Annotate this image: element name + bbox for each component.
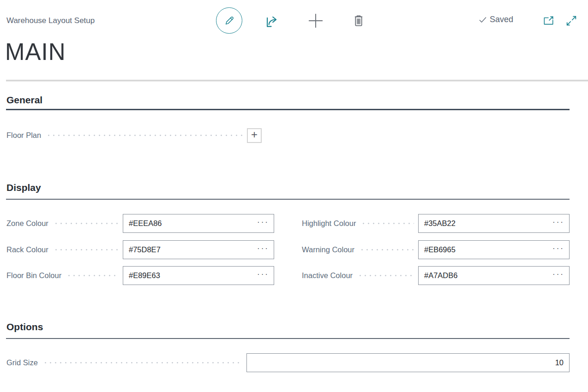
section-rule-options <box>6 338 570 339</box>
new-button[interactable] <box>306 12 325 30</box>
edit-button[interactable] <box>216 7 242 34</box>
highlight-colour-value: #35AB22 <box>419 219 548 228</box>
grid-size-input[interactable]: 10 <box>246 353 570 372</box>
inactive-colour-assist-edit-button[interactable]: ··· <box>548 270 569 282</box>
field-row-grid-size: Grid Size 10 <box>6 353 570 372</box>
save-status-label: Saved <box>490 15 513 24</box>
section-rule-general <box>6 109 570 110</box>
rack-colour-value: #75D8E7 <box>123 245 252 254</box>
field-label-rack-colour: Rack Colour <box>6 245 48 254</box>
open-in-new-window-button[interactable] <box>542 14 555 27</box>
dotted-leader <box>43 362 242 363</box>
warning-colour-input[interactable]: #EB6965 ··· <box>418 240 570 259</box>
warning-colour-assist-edit-button[interactable]: ··· <box>548 244 569 256</box>
delete-button[interactable] <box>350 12 367 30</box>
section-rule-display <box>6 199 570 200</box>
zone-colour-assist-edit-button[interactable]: ··· <box>252 218 274 230</box>
add-floor-plan-button[interactable]: + <box>247 128 262 143</box>
dotted-leader <box>66 275 119 276</box>
floor-bin-colour-assist-edit-button[interactable]: ··· <box>252 270 274 282</box>
section-title-display[interactable]: Display <box>6 182 41 193</box>
highlight-colour-input[interactable]: #35AB22 ··· <box>418 214 570 233</box>
dotted-leader <box>358 275 414 276</box>
field-row-highlight-colour: Highlight Colour #35AB22 ··· <box>302 214 570 233</box>
zone-colour-value: #EEEA86 <box>123 219 252 228</box>
grid-size-value: 10 <box>247 358 569 367</box>
field-label-floor-plan: Floor Plan <box>6 131 41 140</box>
field-label-inactive-colour: Inactive Colour <box>302 271 353 280</box>
section-title-general[interactable]: General <box>6 95 42 106</box>
floor-bin-colour-value: #E89E63 <box>123 271 252 280</box>
dotted-leader <box>46 135 243 136</box>
pencil-icon <box>223 15 235 27</box>
field-label-warning-colour: Warning Colour <box>302 245 354 254</box>
dotted-leader <box>361 223 414 224</box>
expand-button[interactable] <box>564 13 579 28</box>
dotted-leader <box>54 249 119 250</box>
field-row-zone-colour: Zone Colour #EEEA86 ··· <box>6 214 274 233</box>
field-label-floor-bin-colour: Floor Bin Colour <box>6 271 61 280</box>
dotted-leader <box>54 223 119 224</box>
field-row-floor-bin-colour: Floor Bin Colour #E89E63 ··· <box>6 266 274 285</box>
inactive-colour-input[interactable]: #A7ADB6 ··· <box>418 266 570 285</box>
record-title: MAIN <box>5 38 66 65</box>
field-row-floor-plan: Floor Plan + <box>6 128 262 143</box>
field-label-grid-size: Grid Size <box>6 358 38 367</box>
section-title-options[interactable]: Options <box>6 321 43 333</box>
plus-icon <box>307 12 324 30</box>
rack-colour-assist-edit-button[interactable]: ··· <box>252 244 274 256</box>
expand-icon <box>565 14 578 27</box>
rack-colour-input[interactable]: #75D8E7 ··· <box>123 240 274 259</box>
share-button[interactable] <box>263 12 281 30</box>
floor-bin-colour-input[interactable]: #E89E63 ··· <box>123 266 274 285</box>
popout-icon <box>542 15 554 27</box>
save-status: Saved <box>478 15 513 24</box>
dotted-leader <box>360 249 414 250</box>
field-label-highlight-colour: Highlight Colour <box>302 219 356 228</box>
plus-icon: + <box>251 129 258 140</box>
warehouse-layout-setup-page: Warehouse Layout Setup <box>0 0 588 392</box>
field-row-rack-colour: Rack Colour #75D8E7 ··· <box>6 240 274 259</box>
field-row-warning-colour: Warning Colour #EB6965 ··· <box>302 240 570 259</box>
trash-icon <box>351 13 366 29</box>
check-icon <box>478 15 487 24</box>
zone-colour-input[interactable]: #EEEA86 ··· <box>123 214 274 233</box>
highlight-colour-assist-edit-button[interactable]: ··· <box>548 218 569 230</box>
inactive-colour-value: #A7ADB6 <box>419 271 548 280</box>
field-row-inactive-colour: Inactive Colour #A7ADB6 ··· <box>302 266 570 285</box>
field-label-zone-colour: Zone Colour <box>6 219 48 228</box>
share-icon <box>264 13 280 29</box>
warning-colour-value: #EB6965 <box>419 245 548 254</box>
header-divider <box>6 80 588 82</box>
page-caption: Warehouse Layout Setup <box>6 16 95 25</box>
